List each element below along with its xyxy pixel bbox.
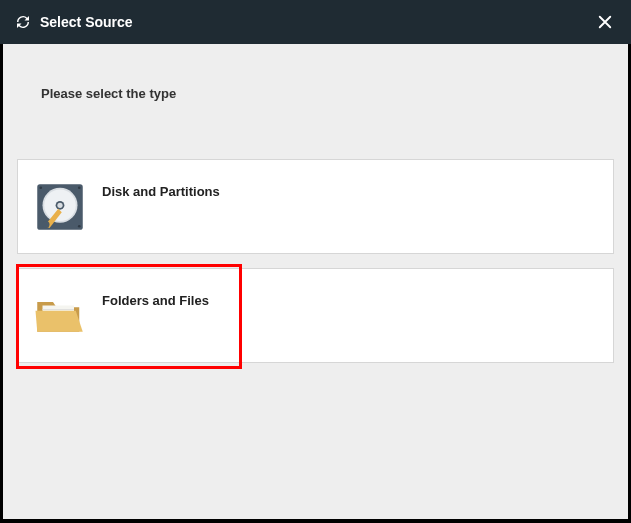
prompt-text: Please select the type: [3, 44, 628, 101]
close-icon: [596, 13, 614, 31]
svg-point-4: [57, 202, 62, 207]
titlebar-left: Select Source: [14, 13, 133, 31]
option-folders-files[interactable]: Folders and Files: [17, 268, 614, 363]
option-label: Disk and Partitions: [102, 184, 220, 199]
dialog-content: Please select the type: [3, 44, 628, 519]
close-button[interactable]: [593, 10, 617, 34]
titlebar: Select Source: [0, 0, 631, 44]
svg-point-7: [78, 186, 81, 189]
dialog-title: Select Source: [40, 14, 133, 30]
hard-disk-icon: [30, 177, 90, 237]
svg-rect-10: [43, 309, 75, 310]
svg-point-5: [43, 221, 50, 228]
options-container: Disk and Partitions Folders and Files: [3, 159, 628, 363]
option-label: Folders and Files: [102, 293, 209, 308]
option-disk-partitions[interactable]: Disk and Partitions: [17, 159, 614, 254]
refresh-arrows-icon: [14, 13, 32, 31]
svg-point-8: [78, 224, 81, 227]
dialog-window: Select Source Please select the type: [0, 0, 631, 523]
svg-point-6: [39, 186, 42, 189]
folder-icon: [30, 286, 90, 346]
